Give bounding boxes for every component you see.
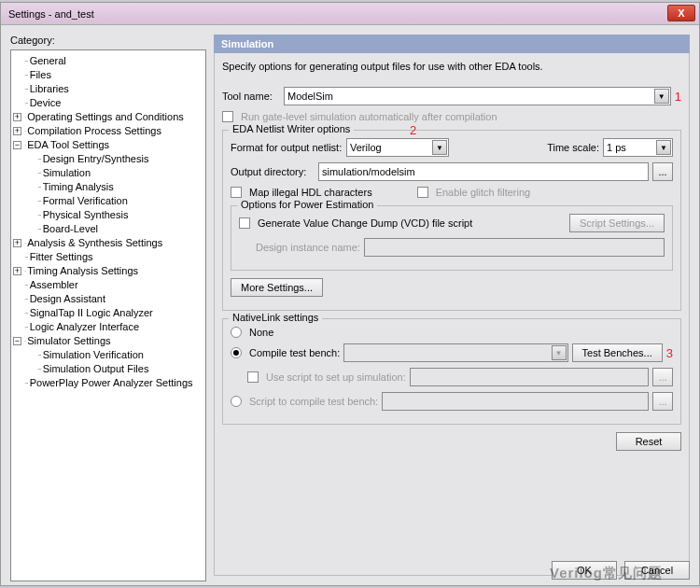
tree-item-design-assistant[interactable]: ···Design Assistant (13, 292, 203, 306)
tree-item-compilation[interactable]: +·Compilation Process Settings (13, 124, 203, 138)
tree-item-powerplay[interactable]: ···PowerPlay Power Analyzer Settings (13, 376, 203, 390)
annotation-3: 3 (666, 346, 673, 360)
close-button[interactable]: X (667, 5, 695, 21)
output-dir-label: Output directory: (231, 166, 315, 177)
chevron-down-icon: ▼ (432, 140, 447, 155)
annotation-2: 2 (410, 123, 416, 137)
annotation-1: 1 (675, 90, 681, 104)
expand-icon: + (13, 239, 21, 247)
glitch-label: Enable glitch filtering (436, 187, 531, 198)
tree-item-board[interactable]: ···Board-Level (13, 222, 203, 236)
compile-tb-radio[interactable] (231, 347, 242, 358)
format-label: Format for output netlist: (231, 142, 343, 153)
tree-item-timing-settings[interactable]: +·Timing Analysis Settings (13, 264, 203, 278)
collapse-icon: − (13, 141, 21, 149)
compile-tb-label: Compile test bench: (249, 347, 340, 358)
browse-button: ... (652, 392, 673, 411)
tree-item-timing[interactable]: ···Timing Analysis (13, 180, 203, 194)
compile-tb-combo[interactable]: ▼ (343, 343, 567, 362)
timescale-combo[interactable]: 1 ps ▼ (603, 138, 673, 157)
script-compile-label: Script to compile test bench: (249, 396, 378, 407)
tree-item-libraries[interactable]: ···Libraries (13, 82, 203, 96)
watermark: Verilog常见问题 (550, 565, 663, 582)
format-value: Verilog (350, 142, 382, 153)
run-gate-label: Run gate-level simulation automatically … (241, 111, 497, 122)
vcd-checkbox[interactable] (239, 217, 250, 229)
run-gate-checkbox[interactable] (222, 111, 233, 122)
panel-body: Specify options for generating output fi… (214, 53, 690, 576)
window-title: Settings - and_test (8, 8, 94, 20)
panel-description: Specify options for generating output fi… (222, 61, 681, 72)
browse-button[interactable]: ... (652, 162, 673, 181)
tree-item-physical[interactable]: ···Physical Synthesis (13, 208, 203, 222)
output-dir-input[interactable]: simulation/modelsim (318, 162, 649, 181)
tree-item-sim-verify[interactable]: ···Simulation Verification (13, 348, 203, 362)
none-label: None (249, 327, 273, 338)
timescale-value: 1 ps (607, 142, 626, 153)
close-icon: X (678, 7, 684, 19)
design-inst-label: Design instance name: (256, 242, 360, 253)
tree-item-general[interactable]: ···General (13, 54, 203, 68)
eda-writer-group: EDA Netlist Writer options 2 Format for … (222, 130, 681, 311)
titlebar[interactable]: Settings - and_test X (1, 3, 699, 25)
nativelink-group: NativeLink settings None Compile test be… (222, 318, 681, 425)
chevron-down-icon: ▼ (654, 89, 669, 104)
expand-icon: + (13, 113, 21, 121)
format-combo[interactable]: Verilog ▼ (346, 138, 449, 157)
tool-name-value: ModelSim (287, 91, 333, 102)
tree-item-simulator[interactable]: −·Simulator Settings (13, 334, 203, 348)
tree-item-sim-output[interactable]: ···Simulation Output Files (13, 362, 203, 376)
power-est-group: Options for Power Estimation Generate Va… (231, 205, 673, 271)
tree-item-signaltap[interactable]: ···SignalTap II Logic Analyzer (13, 306, 203, 320)
expand-icon: + (13, 127, 21, 135)
map-illegal-checkbox[interactable] (231, 187, 242, 198)
tree-item-logic-analyzer[interactable]: ···Logic Analyzer Interface (13, 320, 203, 334)
tree-item-assembler[interactable]: ···Assembler (13, 278, 203, 292)
use-script-input (410, 368, 649, 386)
script-compile-input (382, 392, 649, 411)
tree-item-formal[interactable]: ···Formal Verification (13, 194, 203, 208)
tree-item-analysis[interactable]: +·Analysis & Synthesis Settings (13, 236, 203, 250)
eda-writer-title: EDA Netlist Writer options (229, 123, 354, 134)
category-label: Category: (10, 35, 206, 46)
expand-icon: + (13, 267, 21, 275)
collapse-icon: − (13, 337, 21, 345)
browse-button: ... (652, 368, 673, 386)
use-script-label: Use script to set up simulation: (266, 371, 406, 383)
tree-item-device[interactable]: ···Device (13, 96, 203, 110)
tree-item-simulation[interactable]: ···Simulation (13, 166, 203, 180)
more-settings-button[interactable]: More Settings... (231, 278, 323, 297)
map-illegal-label: Map illegal HDL characters (249, 187, 372, 198)
tool-name-label: Tool name: (222, 91, 280, 102)
tree-item-files[interactable]: ···Files (13, 68, 203, 82)
script-settings-button: Script Settings... (569, 214, 665, 232)
power-est-title: Options for Power Estimation (237, 199, 377, 210)
reset-button[interactable]: Reset (616, 432, 681, 451)
tool-name-combo[interactable]: ModelSim ▼ (284, 87, 671, 105)
test-benches-button[interactable]: Test Benches... (572, 343, 663, 362)
tree-item-design-entry[interactable]: ···Design Entry/Synthesis (13, 152, 203, 166)
script-compile-radio[interactable] (231, 396, 242, 407)
design-inst-input (364, 238, 665, 257)
settings-window: Settings - and_test X Category: ···Gener… (0, 2, 700, 586)
tree-item-fitter[interactable]: ···Fitter Settings (13, 250, 203, 264)
use-script-checkbox[interactable] (247, 371, 259, 383)
tree-item-eda[interactable]: −·EDA Tool Settings (13, 138, 203, 152)
category-tree[interactable]: ···General ···Files ···Libraries ···Devi… (10, 49, 206, 581)
chevron-down-icon: ▼ (656, 140, 671, 155)
timescale-label: Time scale: (547, 142, 599, 153)
vcd-label: Generate Value Change Dump (VCD) file sc… (258, 217, 472, 229)
nativelink-title: NativeLink settings (229, 312, 322, 323)
chevron-down-icon: ▼ (552, 345, 567, 360)
none-radio[interactable] (231, 327, 242, 338)
glitch-checkbox (417, 187, 428, 198)
panel-title: Simulation (214, 35, 690, 53)
tree-item-operating[interactable]: +·Operating Settings and Conditions (13, 110, 203, 124)
